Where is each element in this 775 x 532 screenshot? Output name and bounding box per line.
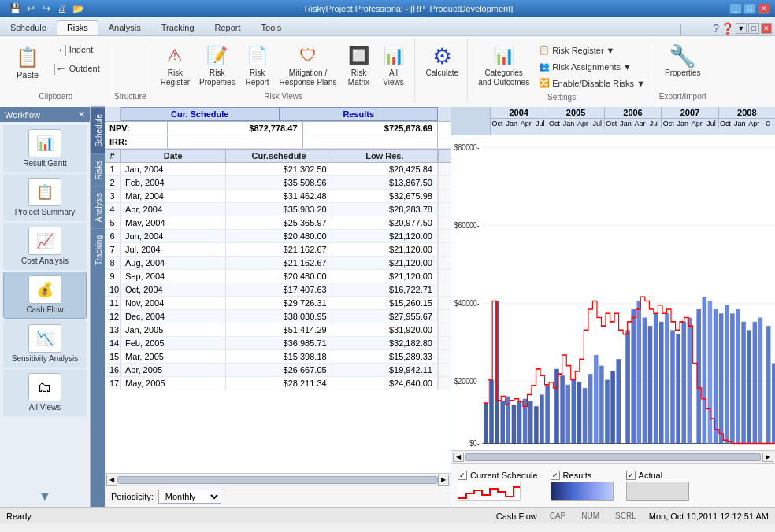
cell-date: Jul, 2004 [121, 243, 226, 256]
tab-risks[interactable]: Risks [57, 20, 98, 35]
svg-rect-58 [766, 326, 771, 443]
risk-properties-button[interactable]: 📝 RiskProperties [195, 41, 239, 90]
risk-report-button[interactable]: 📄 RiskReport [241, 41, 274, 90]
cell-lowres: $15,260.15 [332, 297, 438, 309]
chart-scroll-left[interactable]: ◀ [453, 453, 464, 462]
tab-schedule[interactable]: Schedule [0, 20, 57, 35]
chart-month-jul07: Jul [704, 119, 718, 128]
legend-item-results: ✓ Results [551, 471, 614, 501]
side-tab-risks[interactable]: Risks [91, 153, 105, 186]
help2-icon[interactable]: ❓ [721, 22, 734, 35]
data-table-header: # Date Cur.schedule Low Res. [105, 150, 451, 163]
workflow-item-sensitivity[interactable]: 📉 Sensitivity Analysis [3, 320, 87, 368]
chart-horizontal-scrollbar[interactable]: ◀ ▶ [451, 450, 775, 463]
cell-date: Apr, 2005 [121, 364, 226, 376]
cell-curschedule: $26,667.05 [226, 364, 332, 376]
qa-open[interactable]: 📂 [71, 2, 85, 16]
cell-lowres: $21,120.00 [332, 257, 438, 269]
svg-rect-15 [512, 405, 517, 443]
scroll-thumb[interactable] [117, 476, 438, 484]
chart-month-jan07: Jan [676, 119, 690, 128]
outdent-button[interactable]: |← Outdent [49, 60, 104, 77]
workflow-item-cash-flow[interactable]: 💰 Cash Flow [3, 272, 87, 319]
tab-tools[interactable]: Tools [251, 20, 292, 35]
chart-month-apr04: Apr [519, 119, 533, 128]
paste-button[interactable]: 📋 Paste [8, 41, 47, 83]
all-views-ribbon-button[interactable]: 📊 AllViews [376, 41, 410, 90]
cell-curschedule: $21,162.67 [226, 257, 332, 269]
result-gantt-icon: 📊 [28, 129, 61, 157]
enable-disable-risks-button[interactable]: 🔀 Enable/Disable Risks ▼ [535, 76, 649, 91]
workflow-close-button[interactable]: ✕ [78, 109, 85, 120]
cell-date: Jan, 2004 [121, 163, 226, 175]
indent-button[interactable]: →| Indent [49, 41, 104, 58]
ribbon-restore-button[interactable]: □ [748, 23, 759, 34]
scroll-left-button[interactable]: ◀ [106, 475, 117, 486]
window-title: RiskyProject Professional - [RP_ProductD… [88, 4, 729, 13]
minimize-button[interactable]: _ [729, 3, 742, 14]
table-row: 12 Dec, 2004 $38,030.95 $27,955.67 [105, 310, 451, 323]
col-num-header: # [105, 150, 121, 162]
ribbon-minimize-button[interactable]: ▼ [736, 23, 747, 34]
chart-years-row: 2004 2005 2006 2007 2008 [491, 107, 775, 119]
cell-date: Aug, 2004 [121, 257, 226, 269]
cost-analysis-icon: 📈 [28, 227, 61, 255]
left-panel: Cur. Schedule Results NPV: $872,778.47 $… [105, 107, 451, 507]
risk-register-view-button[interactable]: ⚠ RiskRegister [157, 41, 194, 90]
chart-scroll-thumb[interactable] [465, 453, 761, 461]
tab-analysis[interactable]: Analysis [98, 20, 151, 35]
col-date-header: Date [121, 150, 226, 162]
legend-checkbox-results[interactable]: ✓ [551, 471, 560, 480]
workflow-item-result-gantt[interactable]: 📊 Result Gantt [3, 125, 87, 172]
properties-button[interactable]: 🔧 Properties [661, 41, 705, 79]
workflow-item-project-summary[interactable]: 📋 Project Summary [3, 174, 87, 221]
tab-tracking[interactable]: Tracking [151, 20, 205, 35]
chart-year-2008: 2008 [719, 107, 775, 118]
status-cap: CAP [547, 512, 569, 520]
cell-num: 9 [105, 270, 121, 283]
legend-checkbox-current-schedule[interactable]: ✓ [458, 471, 467, 480]
side-tab-analysis[interactable]: Analysis [91, 186, 105, 228]
side-tab-tracking[interactable]: Tracking [91, 228, 105, 272]
qa-redo[interactable]: ↪ [39, 2, 54, 16]
npv-row: NPV: $872,778.47 $725,678.69 [105, 122, 451, 135]
close-button[interactable]: ✕ [758, 3, 770, 14]
workflow-item-cost-analysis[interactable]: 📈 Cost Analysis [3, 223, 87, 270]
maximize-button[interactable]: □ [743, 3, 756, 14]
help-icon[interactable]: ? [713, 22, 719, 35]
categories-outcomes-button[interactable]: 📊 Categoriesand Outcomes [474, 41, 533, 90]
chart-month-jul06: Jul [647, 119, 662, 128]
cell-date: Sep, 2004 [121, 270, 226, 283]
ribbon-close-button[interactable]: ✕ [761, 23, 772, 34]
tab-report[interactable]: Report [205, 20, 251, 35]
risk-matrix-button[interactable]: 🔲 RiskMatrix [342, 41, 375, 90]
qa-print[interactable]: 🖨 [55, 2, 69, 16]
irr-results [303, 135, 439, 148]
svg-rect-25 [572, 380, 577, 444]
qa-undo[interactable]: ↩ [24, 2, 38, 16]
qa-save[interactable]: 💾 [8, 2, 22, 16]
risk-register-settings-button[interactable]: 📋 Risk Register ▼ [535, 42, 649, 57]
side-tab-schedule[interactable]: Schedule [91, 107, 105, 153]
data-table[interactable]: 1 Jan, 2004 $21,302.50 $20,425.84 2 Feb,… [105, 163, 451, 473]
chart-months-row: Oct Jan Apr Jul Oct Jan Apr Jul Oct Jan … [491, 119, 775, 128]
svg-rect-27 [583, 388, 588, 444]
npv-results: $725,678.69 [303, 122, 439, 135]
chart-month-jul05: Jul [591, 119, 605, 128]
risk-assignments-button[interactable]: 👥 Risk Assignments ▼ [535, 59, 649, 74]
cell-date: Mar, 2005 [121, 350, 226, 363]
cell-date: Mar, 2004 [121, 190, 226, 202]
legend-checkbox-actual[interactable]: ✓ [626, 471, 636, 480]
content-area: Cur. Schedule Results NPV: $872,778.47 $… [105, 107, 775, 507]
scroll-right-button[interactable]: ▶ [438, 475, 449, 486]
table-horizontal-scrollbar[interactable]: ◀ ▶ [105, 473, 451, 486]
cell-lowres: $20,977.50 [332, 216, 438, 229]
calculate-button[interactable]: ⚙ Calculate [421, 41, 462, 79]
periodicity-select[interactable]: Monthly Daily Weekly Quarterly Yearly [158, 490, 221, 504]
workflow-scroll-down[interactable]: ▼ [39, 490, 51, 504]
chart-scroll-right[interactable]: ▶ [762, 453, 773, 462]
svg-rect-33 [616, 359, 621, 443]
workflow-item-all-views[interactable]: 🗂 All Views [3, 369, 87, 416]
mitigation-button[interactable]: 🛡 Mitigation /Response Plans [276, 41, 341, 90]
chart-yaxis-header [451, 107, 491, 135]
